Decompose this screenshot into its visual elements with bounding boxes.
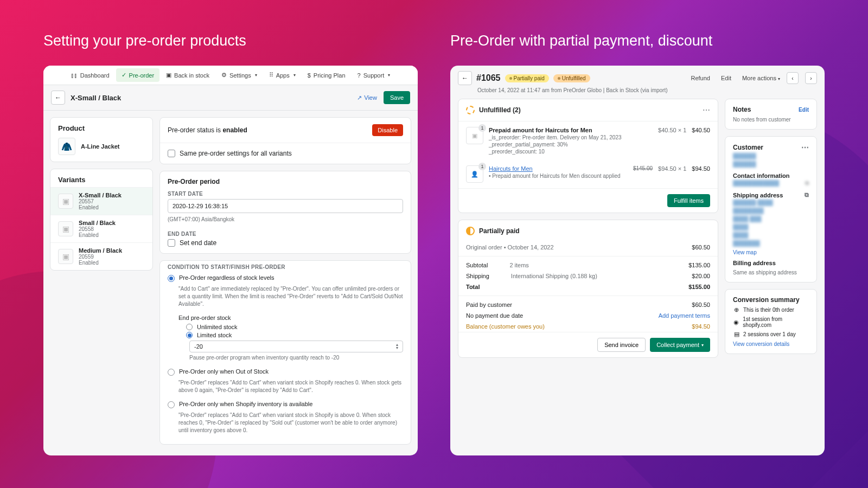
save-button[interactable]: Save bbox=[384, 91, 410, 104]
next-order-button[interactable]: › bbox=[805, 72, 817, 84]
disable-button[interactable]: Disable bbox=[372, 124, 403, 136]
fulfill-button[interactable]: Fulfill items bbox=[667, 194, 710, 207]
status-card: Pre-order status is enabled Disable Same… bbox=[159, 117, 411, 164]
product-thumb: 🧥 bbox=[58, 138, 75, 155]
nav-support[interactable]: ?Support▾ bbox=[352, 69, 396, 82]
page-title: X-Small / Black bbox=[71, 94, 121, 102]
same-settings-label: Same pre-order settings for all variants bbox=[180, 150, 292, 157]
timezone-text: (GMT+07:00) Asia/Bangkok bbox=[160, 216, 411, 228]
question-icon: ? bbox=[358, 72, 361, 79]
order-back-button[interactable]: ← bbox=[458, 71, 472, 85]
product-name: A-Line Jacket bbox=[81, 143, 120, 150]
variant-row[interactable]: ▣ Medium / Black20559Enabled bbox=[50, 242, 152, 270]
start-date-input[interactable]: 2020-12-29 16:38:15 bbox=[168, 199, 403, 213]
opt3-radio[interactable] bbox=[168, 401, 175, 408]
send-invoice-button[interactable]: Send invoice bbox=[597, 338, 646, 352]
set-end-checkbox[interactable] bbox=[168, 239, 175, 247]
item-link[interactable]: Haircuts for Men bbox=[489, 165, 628, 172]
opt1-desc: "Add to Cart" are immediately replaced b… bbox=[160, 284, 411, 312]
image-icon: ▣ bbox=[58, 221, 73, 236]
image-icon: ▣ bbox=[58, 194, 73, 209]
arrow-left-icon: ← bbox=[462, 74, 468, 82]
view-link[interactable]: ↗View bbox=[357, 94, 377, 101]
add-payment-terms-link[interactable]: Add payment terms bbox=[659, 312, 710, 319]
notes-edit-link[interactable]: Edit bbox=[799, 107, 809, 113]
limited-stock-input[interactable]: -20▴▾ bbox=[189, 341, 403, 352]
opt1-radio[interactable] bbox=[168, 275, 175, 282]
calendar-icon: ▤ bbox=[733, 331, 740, 338]
variant-row[interactable]: ▣ Small / Black20558Enabled bbox=[50, 215, 152, 242]
variant-row[interactable]: ▣ X-Small / Black20557Enabled bbox=[50, 187, 152, 215]
opt2-radio[interactable] bbox=[168, 369, 175, 376]
caret-down-icon: ▾ bbox=[388, 73, 390, 78]
limited-radio[interactable] bbox=[186, 332, 193, 338]
condition-card: CONDITION TO START/FINISH PRE-ORDER Pre-… bbox=[159, 260, 411, 445]
product-card: Product 🧥 A-Line Jacket bbox=[50, 117, 153, 162]
opt3-desc: "Pre-Order" replaces "Add to Cart" when … bbox=[160, 410, 411, 439]
nav-settings[interactable]: ⚙Settings▾ bbox=[216, 68, 263, 82]
image-icon: ▣ bbox=[58, 249, 73, 264]
caret-down-icon: ▾ bbox=[293, 73, 296, 78]
back-button[interactable]: ← bbox=[51, 91, 65, 105]
period-card: Pre-Order period START DATE 2020-12-29 1… bbox=[159, 171, 411, 254]
edit-action[interactable]: Edit bbox=[721, 75, 731, 81]
refund-action[interactable]: Refund bbox=[691, 75, 710, 81]
tick-icon: ✓ bbox=[122, 72, 126, 79]
customer-card: Customer⋯ ████████████ Contact informati… bbox=[725, 136, 817, 282]
set-end-label: Set end date bbox=[180, 239, 216, 247]
period-heading: Pre-Order period bbox=[160, 171, 411, 188]
prev-order-button[interactable]: ‹ bbox=[787, 72, 799, 84]
box-icon: ▣ bbox=[166, 72, 171, 79]
notes-card: NotesEdit No notes from customer bbox=[725, 99, 817, 130]
redacted-text: ████████████⧉ bbox=[733, 179, 809, 187]
nav-pricing[interactable]: $Pricing Plan bbox=[302, 69, 351, 82]
copy-icon[interactable]: ⧉ bbox=[805, 191, 809, 198]
partially-paid-badge: Partially paid bbox=[505, 74, 549, 82]
order-panel: ← #1065 Partially paid Unfulfilled Refun… bbox=[450, 66, 825, 455]
condition-label: CONDITION TO START/FINISH PRE-ORDER bbox=[160, 261, 411, 272]
view-conversion-link[interactable]: View conversion details bbox=[733, 341, 809, 347]
copy-icon[interactable]: ⧉ bbox=[805, 179, 809, 187]
nav-apps[interactable]: ⠿Apps▾ bbox=[264, 68, 301, 82]
nav-preorder[interactable]: ✓Pre-order bbox=[116, 68, 159, 82]
more-icon[interactable]: ⋯ bbox=[703, 106, 710, 114]
unfulfilled-heading: Unfulfilled (2) bbox=[479, 106, 521, 114]
order-icon: ⊕ bbox=[733, 306, 740, 313]
more-icon[interactable]: ⋯ bbox=[801, 143, 809, 152]
chart-icon: ⫿⫿ bbox=[71, 72, 78, 79]
external-icon: ↗ bbox=[357, 94, 362, 101]
variants-card: Variants ▣ X-Small / Black20557Enabled ▣… bbox=[50, 169, 153, 271]
redacted-text: ████████████ bbox=[733, 152, 809, 168]
session-icon: ◉ bbox=[733, 319, 739, 326]
nav-backinstock[interactable]: ▣Back in stock bbox=[161, 68, 215, 82]
status-text: Pre-order status is enabled bbox=[168, 126, 247, 134]
partially-paid-heading: Partially paid bbox=[479, 227, 520, 235]
unfulfilled-icon bbox=[466, 106, 475, 114]
item-thumb: ▣1 bbox=[466, 127, 483, 144]
unfulfilled-card: Unfulfilled (2) ⋯ ▣1 Prepaid amount for … bbox=[458, 99, 718, 213]
top-nav: ⫿⫿Dashboard ✓Pre-order ▣Back in stock ⚙S… bbox=[43, 66, 418, 85]
view-map-link[interactable]: View map bbox=[733, 249, 809, 255]
conversion-card: Conversion summary ⊕This is their 0th or… bbox=[725, 289, 817, 354]
arrow-left-icon: ← bbox=[55, 94, 61, 101]
same-settings-checkbox[interactable] bbox=[168, 150, 175, 157]
payment-card: Partially paid Original order • October … bbox=[458, 220, 718, 358]
caret-down-icon: ▾ bbox=[701, 343, 704, 348]
collect-payment-button[interactable]: Collect payment▾ bbox=[650, 338, 710, 352]
unlimited-radio[interactable] bbox=[186, 324, 193, 330]
variants-heading: Variants bbox=[50, 169, 152, 187]
stepper-icon[interactable]: ▴▾ bbox=[396, 343, 398, 350]
start-date-label: START DATE bbox=[160, 188, 411, 199]
more-actions[interactable]: More actions ▾ bbox=[742, 75, 780, 81]
partially-paid-icon bbox=[466, 227, 475, 235]
right-title: Pre-Order with partial payment, discount bbox=[450, 33, 825, 49]
line-item: ▣1 Prepaid amount for Haircuts for Men _… bbox=[458, 121, 718, 160]
line-item: 👤1 Haircuts for Men • Prepaid amount for… bbox=[458, 160, 718, 188]
dollar-icon: $ bbox=[308, 72, 311, 79]
order-number: #1065 bbox=[476, 73, 501, 83]
settings-panel: ⫿⫿Dashboard ✓Pre-order ▣Back in stock ⚙S… bbox=[43, 66, 418, 455]
product-heading: Product bbox=[58, 124, 145, 132]
end-date-label: END DATE bbox=[160, 228, 411, 239]
unfulfilled-badge: Unfulfilled bbox=[553, 74, 590, 82]
nav-dashboard[interactable]: ⫿⫿Dashboard bbox=[66, 69, 115, 82]
